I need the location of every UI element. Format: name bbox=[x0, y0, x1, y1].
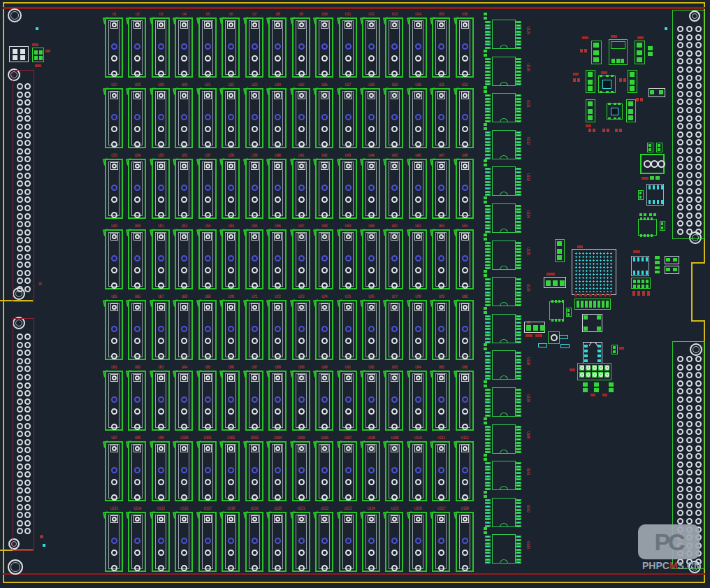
relay-socket[interactable] bbox=[339, 88, 357, 148]
dip-ic[interactable] bbox=[485, 461, 523, 492]
relay-socket[interactable] bbox=[128, 300, 146, 360]
relay-socket[interactable] bbox=[175, 88, 193, 148]
dip-ic[interactable] bbox=[485, 534, 523, 565]
sot-transistor[interactable] bbox=[591, 41, 602, 64]
relay-socket[interactable] bbox=[245, 371, 263, 431]
test-point[interactable] bbox=[36, 27, 38, 30]
chip-capacitor[interactable] bbox=[655, 256, 660, 264]
relay-socket[interactable] bbox=[128, 512, 146, 572]
bga-ic[interactable] bbox=[572, 249, 616, 295]
relay-socket[interactable] bbox=[456, 88, 474, 148]
relay-socket[interactable] bbox=[152, 441, 170, 501]
relay-socket[interactable] bbox=[152, 371, 170, 431]
relay-socket[interactable] bbox=[456, 441, 474, 501]
relay-socket[interactable] bbox=[222, 441, 240, 501]
relay-socket[interactable] bbox=[128, 17, 146, 78]
pcb-layout-canvas[interactable]: J6U1U2U3U4U5U6U7U8U9U10U11U12U13U14U15U1… bbox=[0, 0, 710, 588]
relay-socket[interactable] bbox=[292, 512, 310, 572]
relay-socket[interactable] bbox=[456, 512, 474, 572]
sot-transistor[interactable] bbox=[555, 239, 565, 262]
relay-socket[interactable] bbox=[315, 88, 333, 148]
chip-capacitor[interactable] bbox=[594, 382, 599, 392]
relay-socket[interactable] bbox=[339, 159, 357, 219]
relay-socket[interactable] bbox=[315, 371, 333, 431]
push-button[interactable] bbox=[548, 331, 560, 344]
relay-socket[interactable] bbox=[362, 441, 380, 501]
relay-socket[interactable] bbox=[409, 229, 427, 289]
relay-socket[interactable] bbox=[362, 159, 380, 219]
edge-connector-left-top[interactable] bbox=[13, 70, 34, 302]
sot-transistor[interactable] bbox=[626, 99, 636, 122]
relay-socket[interactable] bbox=[315, 300, 333, 360]
relay-socket[interactable] bbox=[152, 229, 170, 289]
relay-socket[interactable] bbox=[339, 229, 357, 289]
voltage-regulator[interactable] bbox=[609, 39, 628, 65]
relay-socket[interactable] bbox=[292, 17, 310, 78]
soic8-footprint[interactable] bbox=[631, 256, 649, 276]
dip-ic[interactable] bbox=[485, 241, 523, 271]
relay-socket[interactable] bbox=[175, 229, 193, 289]
relay-socket[interactable] bbox=[432, 300, 450, 360]
qfn-ic[interactable] bbox=[598, 76, 616, 93]
relay-socket[interactable] bbox=[315, 441, 333, 501]
test-point[interactable] bbox=[43, 544, 45, 547]
test-pad[interactable] bbox=[559, 335, 568, 339]
relay-socket[interactable] bbox=[198, 371, 217, 431]
edge-connector-right-top[interactable] bbox=[672, 10, 705, 239]
relay-socket[interactable] bbox=[315, 512, 333, 572]
relay-socket[interactable] bbox=[105, 300, 123, 360]
relay-socket[interactable] bbox=[245, 88, 263, 148]
jumper-2pin[interactable] bbox=[647, 143, 653, 152]
test-point[interactable] bbox=[665, 27, 667, 30]
terminal-2x2[interactable] bbox=[32, 48, 44, 62]
header-2x5[interactable] bbox=[577, 363, 611, 380]
relay-socket[interactable] bbox=[432, 17, 450, 78]
relay-socket[interactable] bbox=[245, 300, 263, 360]
relay-socket[interactable] bbox=[362, 300, 380, 360]
relay-socket[interactable] bbox=[432, 512, 450, 572]
diode[interactable] bbox=[665, 266, 679, 274]
relay-socket[interactable] bbox=[409, 159, 427, 219]
chip-capacitor[interactable] bbox=[655, 266, 660, 273]
relay-socket[interactable] bbox=[432, 159, 450, 219]
diode[interactable] bbox=[665, 256, 679, 264]
dip-ic[interactable] bbox=[485, 203, 523, 234]
relay-socket[interactable] bbox=[385, 17, 403, 78]
relay-socket[interactable] bbox=[385, 512, 403, 572]
chip-capacitor[interactable] bbox=[609, 382, 614, 392]
sot-transistor[interactable] bbox=[628, 70, 637, 93]
relay-socket[interactable] bbox=[175, 17, 193, 78]
relay-socket[interactable] bbox=[409, 17, 427, 78]
relay-socket[interactable] bbox=[105, 229, 123, 289]
relay-socket[interactable] bbox=[198, 441, 217, 501]
relay-socket[interactable] bbox=[362, 371, 380, 431]
relay-socket[interactable] bbox=[268, 300, 287, 360]
relay-socket[interactable] bbox=[339, 371, 357, 431]
soic8-ic[interactable] bbox=[638, 219, 657, 236]
dip-ic[interactable] bbox=[485, 424, 523, 455]
relay-socket[interactable] bbox=[385, 88, 403, 148]
relay-socket[interactable] bbox=[456, 159, 474, 219]
chip-resistor[interactable] bbox=[615, 129, 623, 132]
relay-socket[interactable] bbox=[152, 300, 170, 360]
relay-socket[interactable] bbox=[128, 371, 146, 431]
soic8-footprint[interactable] bbox=[646, 184, 664, 206]
dip-ic[interactable] bbox=[485, 20, 523, 50]
test-pad[interactable] bbox=[560, 344, 570, 348]
relay-socket[interactable] bbox=[432, 441, 450, 501]
relay-socket[interactable] bbox=[268, 88, 287, 148]
relay-socket[interactable] bbox=[245, 441, 263, 501]
relay-socket[interactable] bbox=[152, 17, 170, 78]
relay-socket[interactable] bbox=[268, 371, 287, 431]
relay-socket[interactable] bbox=[362, 229, 380, 289]
relay-socket[interactable] bbox=[105, 441, 123, 501]
chip-capacitor[interactable] bbox=[639, 213, 646, 216]
jumper-2pin[interactable] bbox=[566, 308, 572, 317]
diode[interactable] bbox=[649, 88, 665, 97]
relay-socket[interactable] bbox=[222, 229, 240, 289]
relay-socket[interactable] bbox=[456, 229, 474, 289]
relay-socket[interactable] bbox=[385, 229, 403, 289]
relay-socket[interactable] bbox=[292, 300, 310, 360]
relay-socket[interactable] bbox=[456, 17, 474, 78]
relay-socket[interactable] bbox=[432, 229, 450, 289]
